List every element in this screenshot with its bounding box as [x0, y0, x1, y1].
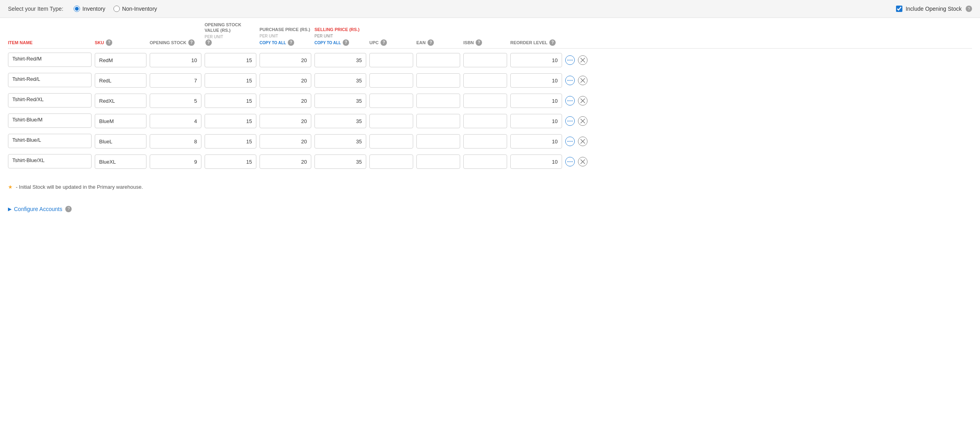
purchase-price-input[interactable]	[260, 114, 311, 128]
non-inventory-radio[interactable]	[113, 6, 120, 12]
upc-input[interactable]	[369, 134, 413, 149]
reorder-level-help-icon[interactable]: ?	[549, 39, 556, 46]
row-more-options-button[interactable]	[565, 76, 575, 85]
selling-price-help-icon[interactable]: ?	[343, 39, 349, 46]
selling-price-input[interactable]	[314, 134, 366, 149]
ean-input[interactable]	[416, 53, 460, 67]
row-delete-button[interactable]	[578, 116, 588, 126]
include-opening-stock-checkbox[interactable]	[896, 6, 902, 12]
sku-input[interactable]	[95, 154, 146, 169]
row-more-options-button[interactable]	[565, 96, 575, 106]
purchase-price-input[interactable]	[260, 134, 311, 149]
row-more-options-button[interactable]	[565, 55, 575, 65]
isbn-input[interactable]	[463, 94, 507, 108]
item-name-input[interactable]: Tshirt-Blue/XL	[8, 154, 92, 168]
selling-price-copy-all[interactable]: COPY TO ALL ?	[314, 39, 366, 46]
row-delete-button[interactable]	[578, 96, 588, 106]
reorder-level-input[interactable]	[510, 154, 562, 169]
configure-accounts-label: Configure Accounts	[14, 206, 62, 212]
selling-price-input[interactable]	[314, 94, 366, 108]
selling-price-input[interactable]	[314, 73, 366, 88]
isbn-input[interactable]	[463, 134, 507, 149]
ean-help-icon[interactable]: ?	[428, 39, 434, 46]
isbn-input[interactable]	[463, 53, 507, 67]
ean-input[interactable]	[416, 114, 460, 128]
purchase-price-cell	[260, 73, 311, 88]
non-inventory-radio-option[interactable]: Non-Inventory	[113, 6, 157, 12]
item-name-input[interactable]: Tshirt-Red/M	[8, 53, 92, 67]
sku-help-icon[interactable]: ?	[106, 39, 112, 46]
configure-accounts-help-icon[interactable]: ?	[65, 206, 72, 212]
item-name-input[interactable]: Tshirt-Red/L	[8, 73, 92, 87]
upc-help-icon[interactable]: ?	[381, 39, 387, 46]
purchase-price-input[interactable]	[260, 73, 311, 88]
sku-input[interactable]	[95, 53, 146, 67]
opening-stock-value-input[interactable]	[205, 134, 256, 149]
upc-input[interactable]	[369, 114, 413, 128]
upc-input[interactable]	[369, 53, 413, 67]
reorder-level-input[interactable]	[510, 134, 562, 149]
row-more-options-button[interactable]	[565, 116, 575, 126]
upc-input[interactable]	[369, 154, 413, 169]
opening-stock-help-icon[interactable]: ?	[188, 39, 195, 46]
reorder-level-input[interactable]	[510, 94, 562, 108]
sku-input[interactable]	[95, 73, 146, 88]
item-name-input[interactable]: Tshirt-Blue/M	[8, 113, 92, 128]
item-name-input[interactable]: Tshirt-Blue/L	[8, 134, 92, 148]
purchase-price-copy-all[interactable]: COPY TO ALL ?	[260, 39, 311, 46]
opening-stock-value-input[interactable]	[205, 114, 256, 128]
purchase-price-input[interactable]	[260, 94, 311, 108]
ean-input[interactable]	[416, 73, 460, 88]
reorder-level-input[interactable]	[510, 53, 562, 67]
inventory-radio-option[interactable]: Inventory	[74, 6, 105, 12]
upc-cell	[369, 94, 413, 108]
opening-stock-value-help-icon[interactable]: ?	[205, 39, 212, 46]
svg-point-11	[570, 100, 570, 101]
sku-input[interactable]	[95, 134, 146, 149]
opening-stock-input[interactable]	[150, 114, 201, 128]
purchase-price-input[interactable]	[260, 53, 311, 67]
reorder-level-cell	[510, 114, 562, 128]
configure-accounts-link[interactable]: ▶ Configure Accounts ?	[8, 206, 972, 212]
ean-input[interactable]	[416, 154, 460, 169]
opening-stock-value-input[interactable]	[205, 53, 256, 67]
item-name-input[interactable]: Tshirt-Red/XL	[8, 93, 92, 108]
row-more-options-button[interactable]	[565, 137, 575, 146]
sku-cell	[95, 73, 146, 88]
row-more-options-button[interactable]	[565, 157, 575, 166]
opening-stock-input[interactable]	[150, 94, 201, 108]
opening-stock-input[interactable]	[150, 154, 201, 169]
row-delete-button[interactable]	[578, 157, 588, 166]
reorder-level-input[interactable]	[510, 114, 562, 128]
sku-input[interactable]	[95, 114, 146, 128]
purchase-price-help-icon[interactable]: ?	[288, 39, 294, 46]
col-header-upc: UPC ?	[369, 39, 413, 46]
row-delete-button[interactable]	[578, 76, 588, 85]
selling-price-input[interactable]	[314, 114, 366, 128]
include-opening-stock-help-icon[interactable]: ?	[966, 6, 972, 12]
isbn-input[interactable]	[463, 73, 507, 88]
row-delete-button[interactable]	[578, 137, 588, 146]
upc-input[interactable]	[369, 94, 413, 108]
isbn-help-icon[interactable]: ?	[476, 39, 482, 46]
ean-input[interactable]	[416, 94, 460, 108]
isbn-input[interactable]	[463, 154, 507, 169]
selling-price-input[interactable]	[314, 53, 366, 67]
opening-stock-input[interactable]	[150, 53, 201, 67]
row-delete-button[interactable]	[578, 55, 588, 65]
table-row: Tshirt-Red/XL	[8, 93, 972, 109]
opening-stock-value-input[interactable]	[205, 94, 256, 108]
inventory-radio[interactable]	[74, 6, 80, 12]
opening-stock-input[interactable]	[150, 134, 201, 149]
opening-stock-input[interactable]	[150, 73, 201, 88]
opening-stock-value-input[interactable]	[205, 73, 256, 88]
opening-stock-value-input[interactable]	[205, 154, 256, 169]
ean-input[interactable]	[416, 134, 460, 149]
reorder-level-input[interactable]	[510, 73, 562, 88]
item-name-cell: Tshirt-Red/M	[8, 53, 92, 68]
sku-input[interactable]	[95, 94, 146, 108]
selling-price-input[interactable]	[314, 154, 366, 169]
purchase-price-input[interactable]	[260, 154, 311, 169]
isbn-input[interactable]	[463, 114, 507, 128]
upc-input[interactable]	[369, 73, 413, 88]
